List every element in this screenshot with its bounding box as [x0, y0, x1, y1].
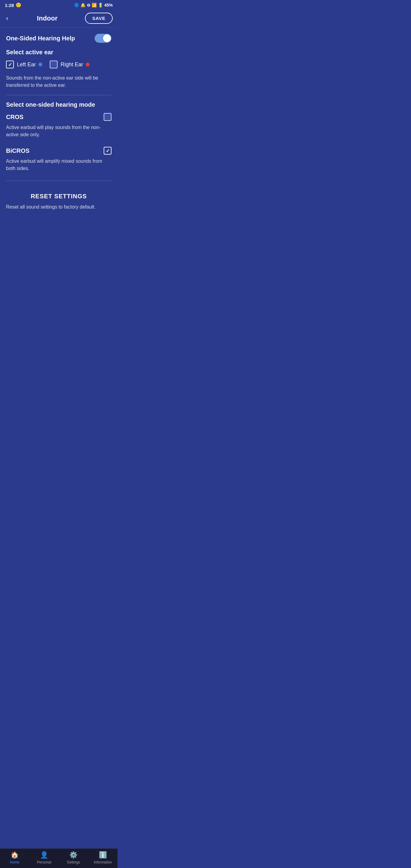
left-ear-label: Left Ear [17, 61, 42, 68]
top-nav: ‹ Indoor SAVE [0, 10, 118, 28]
main-content: One-Sided Hearing Help Select active ear… [0, 28, 118, 239]
status-icons: 🔵 🔔 ⊖ 📶 🔋 45% [74, 3, 113, 7]
cros-title: CROS [6, 114, 24, 121]
right-ear-option[interactable]: Right Ear [50, 61, 90, 68]
right-ear-dot [86, 62, 90, 67]
divider-2 [6, 181, 112, 181]
save-button[interactable]: SAVE [85, 13, 113, 24]
ear-info-text: Sounds from the non-active ear side will… [6, 74, 112, 89]
reset-description: Reset all sound settings to factory defa… [6, 204, 112, 211]
bicros-mode-header: BiCROS [6, 147, 112, 155]
ear-section-title: Select active ear [6, 49, 112, 56]
one-sided-toggle[interactable] [95, 34, 112, 43]
bicros-mode-item: BiCROS Active earbud will amplify mixed … [6, 147, 112, 172]
bicros-checkbox[interactable] [104, 147, 112, 155]
right-ear-label: Right Ear [61, 61, 90, 68]
cros-mode-header: CROS [6, 113, 112, 121]
reset-section: RESET SETTINGS Reset all sound settings … [6, 187, 112, 214]
bicros-title: BiCROS [6, 147, 30, 154]
mode-section-title: Select one-sided hearing mode [6, 101, 112, 108]
left-ear-checkbox[interactable] [6, 61, 14, 68]
left-ear-option[interactable]: Left Ear [6, 61, 42, 68]
reset-title: RESET SETTINGS [6, 193, 112, 200]
status-bar: 1:28 🙂 🔵 🔔 ⊖ 📶 🔋 45% [0, 0, 118, 10]
cros-description: Active earbud will play sounds from the … [6, 124, 112, 138]
ear-selection-section: Select active ear Left Ear Right Ear [6, 49, 112, 89]
one-sided-label: One-Sided Hearing Help [6, 35, 75, 42]
right-ear-checkbox[interactable] [50, 61, 58, 68]
left-ear-dot [38, 62, 42, 67]
bicros-description: Active earbud will amplify mixed sounds … [6, 158, 112, 172]
mode-section: Select one-sided hearing mode CROS Activ… [6, 101, 112, 172]
one-sided-toggle-row: One-Sided Hearing Help [6, 34, 112, 43]
back-button[interactable]: ‹ [5, 13, 9, 24]
ear-options: Left Ear Right Ear [6, 61, 112, 68]
page-title: Indoor [37, 14, 58, 22]
cros-checkbox[interactable] [104, 113, 112, 121]
status-time: 1:28 🙂 [5, 2, 22, 8]
divider-1 [6, 95, 112, 95]
cros-mode-item: CROS Active earbud will play sounds from… [6, 113, 112, 138]
